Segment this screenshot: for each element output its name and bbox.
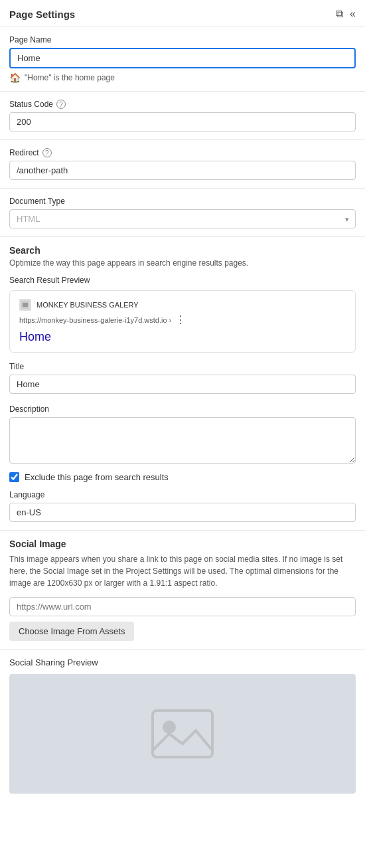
document-type-section: Document Type HTML ▾ — [0, 189, 365, 237]
preview-dots-icon[interactable]: ⋮ — [175, 313, 186, 326]
choose-image-button[interactable]: Choose Image From Assets — [9, 622, 134, 641]
page-name-section: Page Name 🏠 "Home" is the home page — [0, 27, 365, 92]
page-name-input[interactable] — [9, 48, 356, 68]
header-actions: ⧉ « — [336, 8, 356, 20]
search-section: Search Optimize the way this page appear… — [0, 237, 365, 531]
svg-point-3 — [163, 721, 176, 734]
redirect-input[interactable] — [9, 161, 356, 180]
seo-title-label: Title — [9, 362, 356, 371]
home-icon: 🏠 — [9, 72, 21, 83]
social-image-url-input[interactable] — [9, 597, 356, 616]
preview-site-row: MONKEY BUSINESS GALERY — [19, 299, 346, 311]
preview-page-title[interactable]: Home — [19, 330, 346, 344]
home-notice: 🏠 "Home" is the home page — [9, 72, 356, 83]
seo-description-label: Description — [9, 404, 356, 414]
svg-rect-1 — [23, 303, 28, 307]
preview-url-row: https://monkey-business-galerie-i1y7d.ws… — [19, 313, 346, 326]
preview-favicon — [19, 299, 31, 311]
language-label: Language — [9, 490, 356, 499]
redirect-label: Redirect ? — [9, 148, 356, 157]
preview-url: https://monkey-business-galerie-i1y7d.ws… — [19, 316, 171, 324]
document-type-label: Document Type — [9, 197, 356, 206]
page-settings-header: Page Settings ⧉ « — [0, 0, 365, 27]
status-code-input[interactable] — [9, 112, 356, 131]
language-input[interactable] — [9, 503, 356, 522]
social-sharing-label: Social Sharing Preview — [9, 657, 356, 667]
seo-description-input[interactable] — [9, 417, 356, 464]
exclude-checkbox[interactable] — [9, 472, 19, 482]
social-image-section: Social Image This image appears when you… — [0, 531, 365, 650]
placeholder-image-icon — [149, 707, 216, 760]
exclude-label: Exclude this page from search results — [25, 472, 169, 482]
copy-icon[interactable]: ⧉ — [336, 8, 343, 20]
social-image-desc: This image appears when you share a link… — [9, 553, 356, 589]
seo-title-input[interactable] — [9, 375, 356, 394]
social-sharing-section: Social Sharing Preview — [0, 650, 365, 802]
search-result-preview-label: Search Result Preview — [9, 276, 356, 285]
social-sharing-preview-image — [9, 674, 356, 794]
page-name-label: Page Name — [9, 35, 356, 44]
search-preview-box: MONKEY BUSINESS GALERY https://monkey-bu… — [9, 290, 356, 353]
svg-rect-2 — [153, 711, 212, 757]
document-type-select[interactable]: HTML — [9, 209, 356, 228]
search-section-title: Search — [9, 245, 356, 256]
exclude-checkbox-row: Exclude this page from search results — [9, 472, 356, 482]
page-title: Page Settings — [9, 9, 75, 20]
status-code-label: Status Code ? — [9, 100, 356, 109]
redirect-help-icon[interactable]: ? — [42, 148, 52, 157]
back-icon[interactable]: « — [350, 8, 356, 20]
status-code-section: Status Code ? — [0, 92, 365, 140]
search-section-desc: Optimize the way this page appears in se… — [9, 258, 356, 268]
status-code-help-icon[interactable]: ? — [56, 100, 66, 109]
preview-site-name: MONKEY BUSINESS GALERY — [36, 301, 139, 309]
social-image-title: Social Image — [9, 539, 356, 549]
document-type-select-wrapper: HTML ▾ — [9, 209, 356, 228]
redirect-section: Redirect ? — [0, 140, 365, 189]
